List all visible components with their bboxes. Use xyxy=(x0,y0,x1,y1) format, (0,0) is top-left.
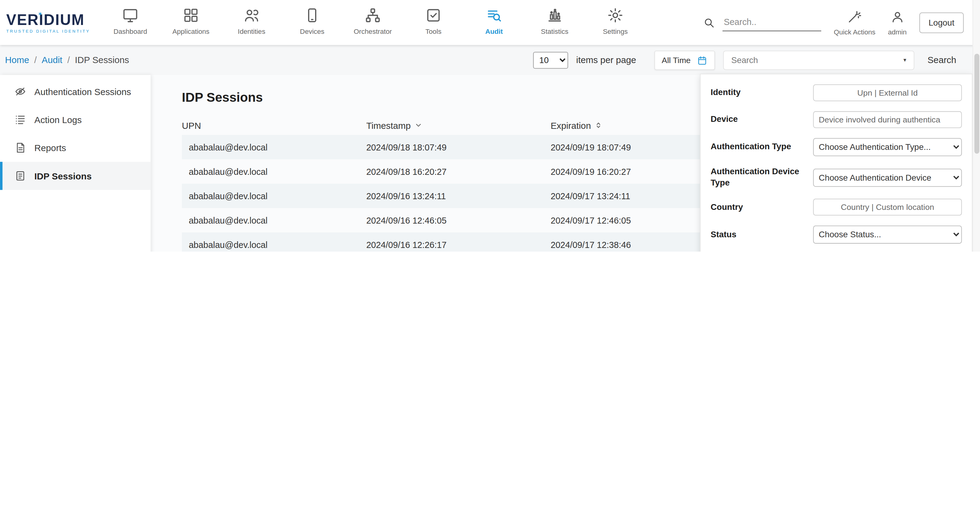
nav-item-devices[interactable]: Devices xyxy=(282,0,342,45)
sidebar-label-action-logs: Action Logs xyxy=(35,114,82,125)
brand-tagline: TRUSTED DIGITAL IDENTITY xyxy=(6,28,100,33)
user-menu[interactable]: admin xyxy=(888,10,907,36)
search-button[interactable]: Search xyxy=(923,52,961,67)
breadcrumb-separator: / xyxy=(67,55,70,65)
filter-field-status: Status Choose Status... xyxy=(711,226,962,244)
nav-label-audit: Audit xyxy=(485,27,503,35)
sort-both-icon xyxy=(595,122,603,129)
logo-sparkle-icon: ✶ xyxy=(38,10,43,17)
column-label-timestamp: Timestamp xyxy=(366,120,411,130)
user-icon xyxy=(890,10,905,24)
authentication-device-type-label: Authentication Device Type xyxy=(711,166,809,189)
column-label-expiration: Expiration xyxy=(550,120,591,130)
sidebar: Authentication Sessions Action Logs Repo… xyxy=(0,75,151,252)
sidebar-item-reports[interactable]: Reports xyxy=(0,134,151,162)
table-search[interactable]: ▾ xyxy=(723,50,915,70)
breadcrumb-bar: Home/Audit/IDP Sessions 10 items per pag… xyxy=(0,45,980,75)
idp-sessions-icon xyxy=(14,170,26,182)
nav-item-identities[interactable]: Identities xyxy=(221,0,282,45)
page-size-select[interactable]: 10 xyxy=(533,51,568,68)
global-search[interactable] xyxy=(703,14,821,31)
settings-icon xyxy=(607,7,624,24)
nav-label-applications: Applications xyxy=(172,27,210,35)
status-select[interactable]: Choose Status... xyxy=(813,226,962,244)
quick-actions-button[interactable]: Quick Actions xyxy=(834,10,875,36)
breadcrumb-audit[interactable]: Audit xyxy=(42,55,62,65)
sidebar-item-idp-sessions[interactable]: IDP Sessions xyxy=(0,162,151,190)
top-nav-right: Quick Actions admin Logout xyxy=(703,10,980,36)
filter-fields: Identity Device Authentication Type Choo… xyxy=(711,84,962,244)
chevron-down-icon[interactable]: ▾ xyxy=(904,57,906,64)
nav-label-settings: Settings xyxy=(603,27,628,35)
quick-actions-label: Quick Actions xyxy=(834,28,875,36)
top-nav: VERIDIUM ✶ TRUSTED DIGITAL IDENTITY Dash… xyxy=(0,0,980,45)
column-header-timestamp[interactable]: Timestamp xyxy=(366,120,550,130)
search-icon xyxy=(703,16,715,28)
audit-icon xyxy=(486,7,503,24)
authentication-device-type-select[interactable]: Choose Authentication Device xyxy=(813,168,962,186)
time-filter-button[interactable]: All Time xyxy=(654,50,715,70)
sidebar-label-idp-sessions: IDP Sessions xyxy=(35,171,92,181)
nav-item-audit[interactable]: Audit xyxy=(464,0,525,45)
logout-button[interactable]: Logout xyxy=(919,12,964,33)
column-label-upn: UPN xyxy=(182,120,201,130)
nav-label-orchestrator: Orchestrator xyxy=(354,27,392,35)
applications-icon xyxy=(183,7,199,24)
veridium-logo[interactable]: VERIDIUM ✶ TRUSTED DIGITAL IDENTITY xyxy=(0,12,100,33)
tools-icon xyxy=(425,7,442,24)
calendar-icon xyxy=(697,54,708,65)
authentication-type-select[interactable]: Choose Authentication Type... xyxy=(813,138,962,156)
main-nav: Dashboard Applications Identities Device… xyxy=(100,0,646,45)
global-search-input[interactable] xyxy=(722,14,821,31)
nav-item-orchestrator[interactable]: Orchestrator xyxy=(342,0,403,45)
sidebar-item-authentication-sessions[interactable]: Authentication Sessions xyxy=(0,77,151,105)
country-label: Country xyxy=(711,202,809,213)
cell-timestamp: 2024/09/16 12:26:17 xyxy=(366,240,550,250)
nav-item-tools[interactable]: Tools xyxy=(403,0,464,45)
nav-item-dashboard[interactable]: Dashboard xyxy=(100,0,161,45)
filter-field-device: Device xyxy=(711,111,962,128)
statistics-icon xyxy=(546,7,563,24)
breadcrumb: Home/Audit/IDP Sessions xyxy=(5,55,129,65)
identity-input[interactable] xyxy=(813,84,962,101)
reports-icon xyxy=(14,142,26,154)
column-header-upn[interactable]: UPN xyxy=(182,120,366,130)
device-input[interactable] xyxy=(813,111,962,128)
brand-name: VERIDIUM xyxy=(6,12,100,27)
cell-upn: ababalau@dev.local xyxy=(182,191,366,201)
filter-panel: Identity Device Authentication Type Choo… xyxy=(700,74,972,252)
nav-label-dashboard: Dashboard xyxy=(113,27,147,35)
veridium-admin-app: VERIDIUM ✶ TRUSTED DIGITAL IDENTITY Dash… xyxy=(0,0,980,252)
nav-item-settings[interactable]: Settings xyxy=(585,0,646,45)
sort-desc-icon xyxy=(415,122,422,129)
items-per-page-label: items per page xyxy=(576,55,636,65)
cell-upn: ababalau@dev.local xyxy=(182,167,366,177)
nav-label-statistics: Statistics xyxy=(541,27,568,35)
filter-field-identity: Identity xyxy=(711,84,962,101)
scrollbar-thumb[interactable] xyxy=(975,54,979,154)
time-filter-label: All Time xyxy=(662,56,691,65)
user-label: admin xyxy=(888,28,907,36)
nav-item-statistics[interactable]: Statistics xyxy=(525,0,585,45)
devices-icon xyxy=(304,7,321,24)
vertical-scrollbar[interactable] xyxy=(972,0,980,252)
list-controls: 10 items per page All Time ▾ Search xyxy=(533,50,961,70)
cell-upn: ababalau@dev.local xyxy=(182,142,366,152)
eye-off-icon xyxy=(14,86,26,97)
table-search-input[interactable] xyxy=(731,56,904,65)
nav-label-tools: Tools xyxy=(425,27,442,35)
nav-label-devices: Devices xyxy=(300,27,324,35)
sidebar-item-action-logs[interactable]: Action Logs xyxy=(0,106,151,134)
device-label: Device xyxy=(711,114,809,125)
sidebar-label-reports: Reports xyxy=(35,143,66,153)
authentication-type-label: Authentication Type xyxy=(711,141,809,152)
filter-field-country: Country xyxy=(711,199,962,216)
cell-timestamp: 2024/09/16 13:24:11 xyxy=(366,191,550,201)
breadcrumb-home[interactable]: Home xyxy=(5,55,29,65)
identities-icon xyxy=(243,7,260,24)
cell-timestamp: 2024/09/16 12:46:05 xyxy=(366,215,550,225)
filter-field-authentication-type: Authentication Type Choose Authenticatio… xyxy=(711,138,962,156)
country-input[interactable] xyxy=(813,199,962,216)
status-label: Status xyxy=(711,229,809,240)
nav-item-applications[interactable]: Applications xyxy=(161,0,221,45)
